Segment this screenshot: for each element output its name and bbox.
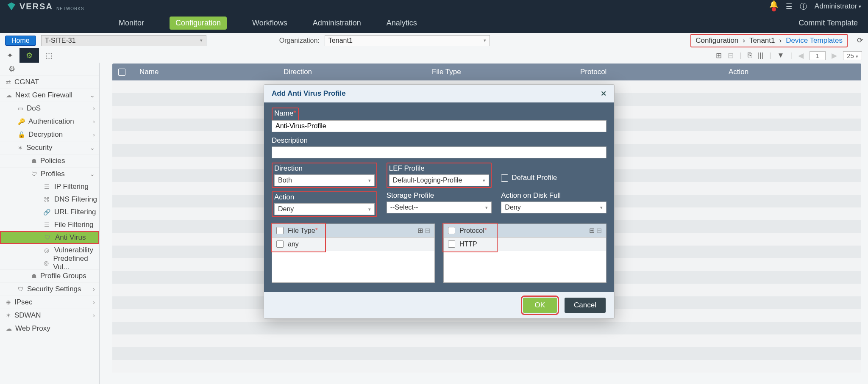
file-type-header: File Type*	[288, 227, 318, 235]
file-type-grid: File Type* ⊞⊟ any	[272, 224, 435, 283]
lef-profile-label: LEF Profile	[389, 164, 490, 173]
close-icon[interactable]: ✕	[601, 89, 606, 98]
cancel-button[interactable]: Cancel	[565, 298, 606, 313]
name-input[interactable]	[272, 120, 606, 132]
direction-label: Direction	[274, 164, 375, 173]
protocol-grid: Protocol* ⊞⊟ HTTP	[443, 224, 606, 283]
protocol-header: Protocol*	[459, 227, 487, 235]
chevron-down-icon: ▾	[600, 205, 603, 210]
default-profile-label: Default Profile	[512, 174, 557, 182]
protocol-row-checkbox[interactable]	[448, 240, 455, 248]
add-file-type-icon[interactable]: ⊞	[417, 227, 423, 235]
name-label: Name	[274, 109, 293, 117]
storage-profile-label: Storage Profile	[387, 191, 492, 200]
description-input[interactable]	[272, 146, 606, 158]
action-label: Action	[274, 193, 375, 202]
description-label: Description	[272, 136, 606, 145]
action-select[interactable]: Deny▾	[274, 203, 375, 215]
chevron-down-icon: ▾	[368, 178, 371, 183]
lef-profile-select[interactable]: Default-Logging-Profile▾	[389, 174, 490, 186]
ok-button[interactable]: OK	[523, 298, 557, 313]
action-disk-full-label: Action on Disk Full	[501, 191, 606, 200]
chevron-down-icon: ▾	[485, 205, 488, 210]
file-type-row-value: any	[288, 240, 299, 248]
action-disk-full-select[interactable]: Deny▾	[501, 202, 606, 213]
file-type-row[interactable]: any	[272, 238, 434, 251]
add-antivirus-profile-modal: Add Anti Virus Profile ✕ Name* Descripti…	[264, 84, 615, 319]
chevron-down-icon: ▾	[368, 207, 371, 212]
remove-protocol-icon[interactable]: ⊟	[596, 227, 602, 235]
chevron-down-icon: ▾	[483, 178, 485, 183]
protocol-row[interactable]: HTTP	[444, 238, 606, 251]
remove-file-type-icon[interactable]: ⊟	[425, 227, 430, 235]
modal-title: Add Anti Virus Profile	[272, 89, 346, 98]
protocol-select-all[interactable]	[448, 227, 455, 234]
file-type-select-all[interactable]	[276, 227, 284, 234]
protocol-row-value: HTTP	[459, 240, 477, 248]
direction-select[interactable]: Both▾	[274, 174, 375, 186]
file-type-row-checkbox[interactable]	[276, 240, 284, 248]
default-profile-checkbox[interactable]	[501, 174, 508, 182]
storage-profile-select[interactable]: --Select--▾	[387, 202, 492, 213]
add-protocol-icon[interactable]: ⊞	[589, 227, 595, 235]
